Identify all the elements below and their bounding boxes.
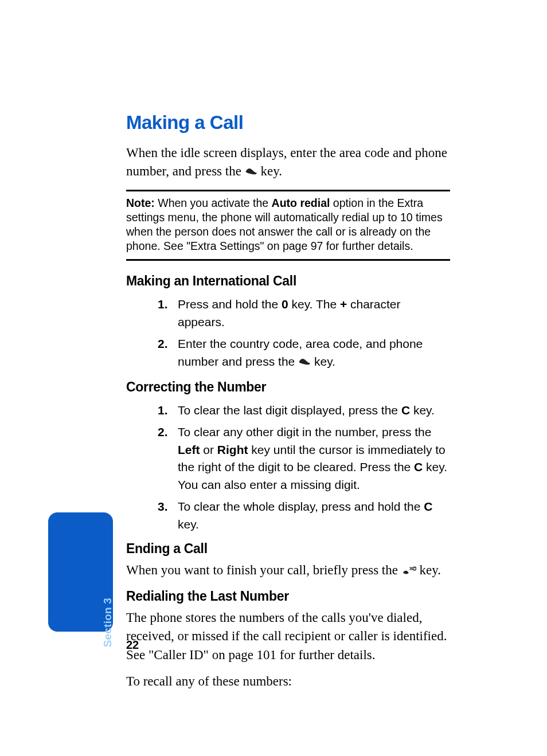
redial-paragraph-1: The phone stores the numbers of the call…	[126, 609, 450, 664]
list-item: Enter the country code, area code, and p…	[126, 333, 450, 374]
heading-international: Making an International Call	[126, 273, 450, 289]
intro-text-after: key.	[260, 164, 282, 178]
heading-ending: Ending a Call	[126, 541, 450, 557]
end-call-icon	[401, 562, 416, 581]
note-text-1: When you activate the	[155, 197, 272, 209]
list-item: To clear the whole display, press and ho…	[126, 496, 450, 535]
ending-text-before: When you want to finish your call, brief…	[126, 563, 401, 577]
section-tab: Section 3	[48, 512, 113, 632]
page-content: Making a Call When the idle screen displ…	[126, 112, 450, 699]
manual-page: Section 3 Making a Call When the idle sc…	[0, 0, 547, 756]
list-item: Press and hold the 0 key. The + characte…	[126, 293, 450, 333]
note-box: Note: When you activate the Auto redial …	[126, 190, 450, 261]
steps-international: Press and hold the 0 key. The + characte…	[126, 293, 450, 374]
ending-text-after: key.	[419, 563, 440, 577]
section-tab-label: Section 3	[101, 598, 114, 647]
heading-correcting: Correcting the Number	[126, 379, 450, 395]
phone-handset-icon	[298, 354, 311, 371]
page-title: Making a Call	[126, 112, 450, 134]
note-bold: Auto redial	[272, 197, 330, 209]
steps-correcting: To clear the last digit displayed, press…	[126, 399, 450, 535]
heading-redial: Redialing the Last Number	[126, 589, 450, 604]
list-item: To clear any other digit in the number, …	[126, 421, 450, 496]
ending-paragraph: When you want to finish your call, brief…	[126, 561, 450, 581]
intro-paragraph: When the idle screen displays, enter the…	[126, 144, 450, 182]
page-number: 22	[126, 639, 139, 652]
list-item: To clear the last digit displayed, press…	[126, 399, 450, 421]
intro-text-before: When the idle screen displays, enter the…	[126, 146, 447, 178]
note-label: Note:	[126, 197, 155, 209]
redial-paragraph-2: To recall any of these numbers:	[126, 672, 450, 691]
phone-handset-icon	[245, 163, 257, 182]
